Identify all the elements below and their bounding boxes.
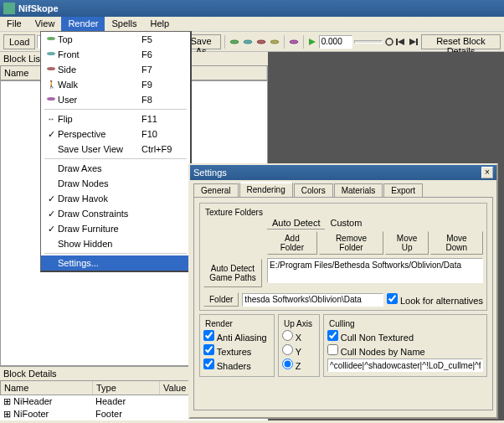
move-down-button[interactable]: Move Down — [430, 231, 483, 255]
menu-draw-nodes[interactable]: Draw Nodes — [41, 176, 190, 191]
remove-folder-button[interactable]: Remove Folder — [319, 231, 384, 255]
menu-walk[interactable]: 🚶WalkF9 — [41, 77, 190, 92]
menu-draw-furniture[interactable]: ✓Draw Furniture — [41, 221, 190, 236]
up-axis-group-label: Up Axis — [282, 319, 314, 328]
tab-materials[interactable]: Materials — [334, 183, 383, 197]
render-group-label: Render — [203, 319, 234, 328]
svg-rect-10 — [416, 39, 418, 45]
menu-top[interactable]: TopF5 — [41, 32, 190, 47]
close-icon[interactable]: × — [481, 167, 493, 178]
subtab-auto[interactable]: Auto Detect — [267, 217, 325, 230]
look-alt-check[interactable]: Look for alternatives — [387, 293, 483, 306]
view-icon-3[interactable] — [255, 37, 267, 47]
axis-z-radio[interactable]: Z — [282, 359, 316, 371]
svg-point-11 — [47, 37, 55, 40]
menu-draw-havok[interactable]: ✓Draw Havok — [41, 191, 190, 206]
svg-point-3 — [270, 40, 279, 44]
next-icon[interactable] — [408, 37, 418, 47]
bd-col-type[interactable]: Type — [93, 381, 160, 395]
view-icon-4[interactable] — [269, 37, 280, 47]
settings-dialog: Settings × General Rendering Colors Mate… — [188, 163, 498, 419]
app-titlebar: NifSkope — [0, 0, 504, 17]
anim-time-field[interactable] — [319, 35, 352, 49]
menubar: File View Render Spells Help — [0, 17, 504, 32]
menu-save-user-view[interactable]: Save User ViewCtrl+F9 — [41, 142, 190, 157]
svg-point-4 — [290, 40, 298, 44]
add-folder-button[interactable]: Add Folder — [267, 231, 317, 255]
loop-icon[interactable] — [384, 37, 394, 47]
svg-point-14 — [47, 97, 55, 101]
reset-button[interactable]: Reset Block Details — [421, 34, 501, 49]
tab-export[interactable]: Export — [383, 183, 423, 197]
menu-side[interactable]: SideF7 — [41, 62, 190, 77]
tab-rendering[interactable]: Rendering — [239, 182, 293, 197]
axis-y-radio[interactable]: Y — [282, 344, 316, 357]
svg-marker-7 — [398, 39, 404, 45]
tab-general[interactable]: General — [193, 183, 239, 197]
culling-group-label: Culling — [327, 319, 357, 328]
menu-show-hidden[interactable]: Show Hidden — [41, 236, 190, 251]
menu-front[interactable]: FrontF6 — [41, 47, 190, 62]
menu-spells[interactable]: Spells — [105, 17, 143, 31]
anim-slider[interactable] — [354, 40, 383, 44]
auto-detect-button[interactable]: Auto Detect Game Paths — [203, 259, 262, 287]
textures-check[interactable]: Textures — [203, 344, 270, 357]
menu-draw-constraints[interactable]: ✓Draw Constraints — [41, 206, 190, 221]
svg-point-1 — [244, 40, 252, 44]
move-up-button[interactable]: Move Up — [385, 231, 428, 255]
texture-folders-label: Texture Folders — [203, 208, 265, 217]
menu-render[interactable]: Render — [61, 17, 105, 31]
menu-user[interactable]: UserF8 — [41, 92, 190, 107]
svg-point-13 — [47, 67, 55, 70]
anti-aliasing-check[interactable]: Anti Aliasing — [203, 330, 270, 343]
tab-colors[interactable]: Colors — [294, 183, 333, 197]
view-icon-1[interactable] — [229, 37, 240, 47]
prev-icon[interactable] — [396, 37, 406, 47]
menu-help[interactable]: Help — [143, 17, 176, 31]
menu-draw-axes[interactable]: Draw Axes — [41, 161, 190, 176]
app-title: NifSkope — [18, 3, 59, 13]
folder-button[interactable]: Folder — [203, 292, 239, 307]
menu-perspective[interactable]: ✓PerspectiveF10 — [41, 126, 190, 142]
view-icon-5[interactable] — [288, 37, 300, 47]
settings-titlebar[interactable]: Settings × — [190, 165, 496, 180]
play-icon[interactable] — [307, 37, 317, 47]
shaders-check[interactable]: Shaders — [203, 359, 270, 371]
settings-title: Settings — [193, 168, 227, 178]
path-list[interactable]: E:/Program Files/Bethesda Softworks/Obli… — [267, 258, 483, 283]
view-icon-2[interactable] — [242, 37, 254, 47]
cull-by-name-check[interactable]: Cull Nodes by Name — [327, 344, 483, 357]
svg-point-12 — [47, 52, 55, 55]
menu-file[interactable]: File — [0, 17, 28, 31]
subtab-custom[interactable]: Custom — [325, 217, 367, 230]
cull-pattern-input[interactable] — [327, 359, 483, 372]
bd-col-name[interactable]: Name — [1, 381, 93, 395]
render-dropdown: TopF5 FrontF6 SideF7 🚶WalkF9 UserF8 ↔Fli… — [40, 31, 192, 272]
axis-x-radio[interactable]: X — [282, 330, 316, 343]
svg-rect-8 — [396, 39, 398, 45]
menu-settings[interactable]: Settings... — [41, 255, 190, 271]
cull-non-textured-check[interactable]: Cull Non Textured — [327, 330, 483, 343]
svg-marker-9 — [409, 39, 416, 45]
menu-flip[interactable]: ↔FlipF11 — [41, 111, 190, 126]
load-button[interactable]: Load — [3, 34, 35, 49]
svg-point-2 — [257, 40, 265, 44]
svg-point-0 — [230, 40, 239, 44]
svg-marker-5 — [309, 39, 316, 45]
svg-point-6 — [386, 39, 393, 45]
menu-view[interactable]: View — [28, 17, 62, 31]
app-icon — [3, 3, 15, 14]
folder-path-input[interactable] — [242, 293, 383, 307]
